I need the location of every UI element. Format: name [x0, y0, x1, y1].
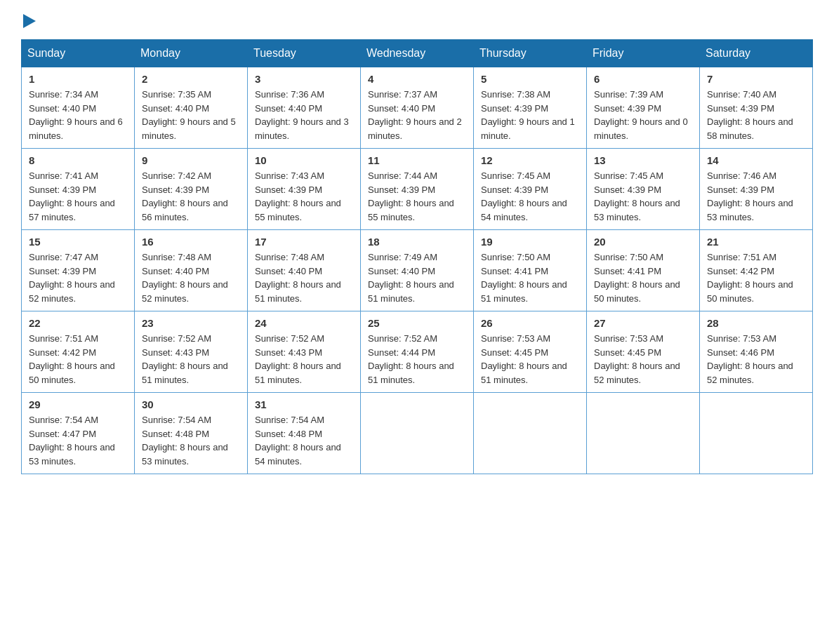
calendar-cell: 26 Sunrise: 7:53 AMSunset: 4:45 PMDaylig… [474, 311, 587, 393]
day-number: 19 [481, 236, 579, 248]
day-info: Sunrise: 7:51 AMSunset: 4:42 PMDaylight:… [707, 252, 793, 304]
day-of-week-header: Thursday [474, 40, 587, 67]
calendar-cell [361, 393, 474, 474]
calendar-cell: 18 Sunrise: 7:49 AMSunset: 4:40 PMDaylig… [361, 230, 474, 311]
day-info: Sunrise: 7:50 AMSunset: 4:41 PMDaylight:… [594, 252, 680, 304]
calendar-header-row: SundayMondayTuesdayWednesdayThursdayFrid… [22, 40, 813, 67]
calendar-cell: 9 Sunrise: 7:42 AMSunset: 4:39 PMDayligh… [135, 149, 248, 230]
day-info: Sunrise: 7:37 AMSunset: 4:40 PMDaylight:… [368, 89, 462, 141]
day-info: Sunrise: 7:53 AMSunset: 4:45 PMDaylight:… [594, 333, 680, 385]
calendar-week-row: 15 Sunrise: 7:47 AMSunset: 4:39 PMDaylig… [22, 230, 813, 311]
logo-arrow-icon [23, 14, 36, 28]
day-number: 9 [142, 154, 240, 166]
day-number: 1 [29, 73, 127, 85]
day-info: Sunrise: 7:54 AMSunset: 4:47 PMDaylight:… [29, 415, 115, 467]
day-info: Sunrise: 7:41 AMSunset: 4:39 PMDaylight:… [29, 170, 115, 222]
calendar-cell: 25 Sunrise: 7:52 AMSunset: 4:44 PMDaylig… [361, 311, 474, 393]
day-info: Sunrise: 7:43 AMSunset: 4:39 PMDaylight:… [255, 170, 341, 222]
day-number: 31 [255, 398, 353, 410]
day-number: 14 [707, 154, 805, 166]
calendar-cell: 27 Sunrise: 7:53 AMSunset: 4:45 PMDaylig… [587, 311, 700, 393]
day-number: 7 [707, 73, 805, 85]
calendar-cell: 8 Sunrise: 7:41 AMSunset: 4:39 PMDayligh… [22, 149, 135, 230]
day-number: 29 [29, 398, 127, 410]
day-info: Sunrise: 7:49 AMSunset: 4:40 PMDaylight:… [368, 252, 454, 304]
calendar-cell: 14 Sunrise: 7:46 AMSunset: 4:39 PMDaylig… [700, 149, 813, 230]
day-info: Sunrise: 7:53 AMSunset: 4:46 PMDaylight:… [707, 333, 793, 385]
calendar-cell: 7 Sunrise: 7:40 AMSunset: 4:39 PMDayligh… [700, 67, 813, 149]
logo [21, 14, 36, 25]
day-info: Sunrise: 7:44 AMSunset: 4:39 PMDaylight:… [368, 170, 454, 222]
day-number: 30 [142, 398, 240, 410]
day-number: 27 [594, 317, 692, 329]
day-info: Sunrise: 7:53 AMSunset: 4:45 PMDaylight:… [481, 333, 567, 385]
day-info: Sunrise: 7:36 AMSunset: 4:40 PMDaylight:… [255, 89, 349, 141]
calendar-cell: 20 Sunrise: 7:50 AMSunset: 4:41 PMDaylig… [587, 230, 700, 311]
day-info: Sunrise: 7:52 AMSunset: 4:43 PMDaylight:… [255, 333, 341, 385]
day-info: Sunrise: 7:42 AMSunset: 4:39 PMDaylight:… [142, 170, 228, 222]
calendar-cell: 11 Sunrise: 7:44 AMSunset: 4:39 PMDaylig… [361, 149, 474, 230]
day-info: Sunrise: 7:52 AMSunset: 4:44 PMDaylight:… [368, 333, 454, 385]
calendar-cell: 16 Sunrise: 7:48 AMSunset: 4:40 PMDaylig… [135, 230, 248, 311]
day-number: 4 [368, 73, 466, 85]
calendar-cell: 1 Sunrise: 7:34 AMSunset: 4:40 PMDayligh… [22, 67, 135, 149]
calendar-week-row: 8 Sunrise: 7:41 AMSunset: 4:39 PMDayligh… [22, 149, 813, 230]
calendar-cell: 4 Sunrise: 7:37 AMSunset: 4:40 PMDayligh… [361, 67, 474, 149]
day-info: Sunrise: 7:48 AMSunset: 4:40 PMDaylight:… [255, 252, 341, 304]
day-info: Sunrise: 7:54 AMSunset: 4:48 PMDaylight:… [255, 415, 341, 467]
day-of-week-header: Wednesday [361, 40, 474, 67]
day-info: Sunrise: 7:52 AMSunset: 4:43 PMDaylight:… [142, 333, 228, 385]
day-number: 8 [29, 154, 127, 166]
calendar-cell: 3 Sunrise: 7:36 AMSunset: 4:40 PMDayligh… [248, 67, 361, 149]
day-number: 15 [29, 236, 127, 248]
day-number: 20 [594, 236, 692, 248]
calendar-cell: 15 Sunrise: 7:47 AMSunset: 4:39 PMDaylig… [22, 230, 135, 311]
day-number: 22 [29, 317, 127, 329]
calendar-cell: 29 Sunrise: 7:54 AMSunset: 4:47 PMDaylig… [22, 393, 135, 474]
day-number: 25 [368, 317, 466, 329]
day-number: 3 [255, 73, 353, 85]
day-number: 28 [707, 317, 805, 329]
calendar-week-row: 1 Sunrise: 7:34 AMSunset: 4:40 PMDayligh… [22, 67, 813, 149]
day-number: 18 [368, 236, 466, 248]
day-number: 11 [368, 154, 466, 166]
calendar-cell: 28 Sunrise: 7:53 AMSunset: 4:46 PMDaylig… [700, 311, 813, 393]
calendar-cell: 12 Sunrise: 7:45 AMSunset: 4:39 PMDaylig… [474, 149, 587, 230]
day-of-week-header: Saturday [700, 40, 813, 67]
calendar-cell: 21 Sunrise: 7:51 AMSunset: 4:42 PMDaylig… [700, 230, 813, 311]
calendar-cell [587, 393, 700, 474]
day-info: Sunrise: 7:48 AMSunset: 4:40 PMDaylight:… [142, 252, 228, 304]
day-info: Sunrise: 7:34 AMSunset: 4:40 PMDaylight:… [29, 89, 123, 141]
day-of-week-header: Sunday [22, 40, 135, 67]
calendar-week-row: 29 Sunrise: 7:54 AMSunset: 4:47 PMDaylig… [22, 393, 813, 474]
day-number: 6 [594, 73, 692, 85]
day-info: Sunrise: 7:40 AMSunset: 4:39 PMDaylight:… [707, 89, 793, 141]
day-of-week-header: Tuesday [248, 40, 361, 67]
day-info: Sunrise: 7:38 AMSunset: 4:39 PMDaylight:… [481, 89, 575, 141]
day-number: 10 [255, 154, 353, 166]
day-number: 12 [481, 154, 579, 166]
day-info: Sunrise: 7:35 AMSunset: 4:40 PMDaylight:… [142, 89, 236, 141]
calendar-cell: 19 Sunrise: 7:50 AMSunset: 4:41 PMDaylig… [474, 230, 587, 311]
calendar-cell: 22 Sunrise: 7:51 AMSunset: 4:42 PMDaylig… [22, 311, 135, 393]
day-number: 26 [481, 317, 579, 329]
day-number: 2 [142, 73, 240, 85]
calendar-cell: 17 Sunrise: 7:48 AMSunset: 4:40 PMDaylig… [248, 230, 361, 311]
day-info: Sunrise: 7:45 AMSunset: 4:39 PMDaylight:… [594, 170, 680, 222]
day-of-week-header: Monday [135, 40, 248, 67]
calendar-cell: 30 Sunrise: 7:54 AMSunset: 4:48 PMDaylig… [135, 393, 248, 474]
calendar-cell: 13 Sunrise: 7:45 AMSunset: 4:39 PMDaylig… [587, 149, 700, 230]
day-info: Sunrise: 7:45 AMSunset: 4:39 PMDaylight:… [481, 170, 567, 222]
calendar-cell: 2 Sunrise: 7:35 AMSunset: 4:40 PMDayligh… [135, 67, 248, 149]
day-number: 17 [255, 236, 353, 248]
day-number: 13 [594, 154, 692, 166]
day-of-week-header: Friday [587, 40, 700, 67]
day-info: Sunrise: 7:46 AMSunset: 4:39 PMDaylight:… [707, 170, 793, 222]
day-number: 21 [707, 236, 805, 248]
day-info: Sunrise: 7:54 AMSunset: 4:48 PMDaylight:… [142, 415, 228, 467]
day-info: Sunrise: 7:50 AMSunset: 4:41 PMDaylight:… [481, 252, 567, 304]
calendar-cell: 5 Sunrise: 7:38 AMSunset: 4:39 PMDayligh… [474, 67, 587, 149]
day-info: Sunrise: 7:51 AMSunset: 4:42 PMDaylight:… [29, 333, 115, 385]
day-info: Sunrise: 7:39 AMSunset: 4:39 PMDaylight:… [594, 89, 688, 141]
calendar-cell [700, 393, 813, 474]
